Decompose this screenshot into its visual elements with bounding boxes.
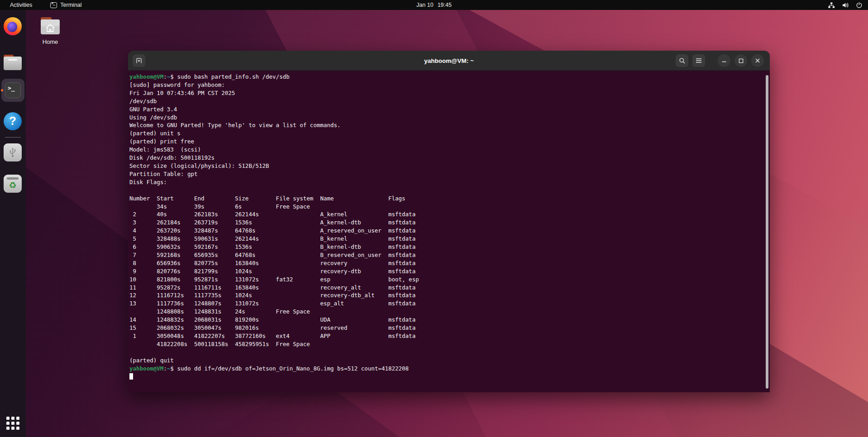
partition-table-row: 1248808s 1248831s 24s Free Space xyxy=(129,308,763,316)
partition-table-row: 3 262184s 263719s 1536s A_kernel-dtb msf… xyxy=(129,218,763,227)
terminal-scrollbar[interactable] xyxy=(766,75,768,389)
volume-icon[interactable] xyxy=(842,2,849,9)
partition-table-row: 7 592168s 656935s 64768s B_reserved_on_u… xyxy=(129,251,763,259)
terminal-line: Welcome to GNU Parted! Type 'help' to vi… xyxy=(129,121,763,129)
running-indicator-dot xyxy=(1,89,3,91)
dock-item-terminal[interactable]: >_ xyxy=(1,79,24,102)
partition-table-row: 11 952872s 1116711s 163840s recovery_alt… xyxy=(129,284,763,292)
terminal-line: Partition Table: gpt xyxy=(129,170,763,178)
dock-item-help[interactable]: ? xyxy=(4,112,22,130)
partition-table-row: 41822208s 500118158s 458295951s Free Spa… xyxy=(129,340,763,348)
terminal-prompt-line: yahboom@VM:~$ sudo dd if=/dev/sdb of=Jet… xyxy=(129,365,763,373)
terminal-line: /dev/sdb xyxy=(129,97,763,105)
partition-table-row: 2 40s 262183s 262144s A_kernel msftdata xyxy=(129,210,763,218)
partition-table-row: 34s 39s 6s Free Space xyxy=(129,203,763,211)
dock-item-files[interactable] xyxy=(4,53,22,71)
terminal-line: Using /dev/sdb xyxy=(129,114,763,122)
terminal-line: Model: jms583 (scsi) xyxy=(129,146,763,154)
terminal-line: Disk /dev/sdb: 500118192s xyxy=(129,154,763,162)
partition-table-row: 9 820776s 821799s 1024s recovery-dtb msf… xyxy=(129,267,763,276)
minimize-button[interactable] xyxy=(718,54,730,67)
help-icon: ? xyxy=(4,112,22,130)
show-applications-button[interactable] xyxy=(6,417,19,430)
partition-table-row: 13 1117736s 1248807s 131072s esp_alt msf… xyxy=(129,299,763,308)
terminal-output[interactable]: yahboom@VM:~$ sudo bash parted_info.sh /… xyxy=(128,71,770,392)
top-bar: Activities Terminal Jan 10 19:45 xyxy=(0,0,868,10)
partition-table-header: Number Start End Size File system Name F… xyxy=(129,195,763,203)
home-folder-icon xyxy=(39,16,61,35)
usb-drive-icon xyxy=(4,143,22,162)
menu-button[interactable] xyxy=(692,54,705,67)
terminal-window: yahboom@VM: ~ yahboom@VM:~$ sudo bash pa… xyxy=(128,51,770,392)
activities-button[interactable]: Activities xyxy=(6,1,36,9)
maximize-button[interactable] xyxy=(734,54,747,67)
files-icon xyxy=(4,55,22,70)
partition-table-row: 10 821800s 952871s 131072s fat32 esp boo… xyxy=(129,276,763,284)
partition-table-row: 5 328488s 590631s 262144s B_kernel msftd… xyxy=(129,235,763,243)
search-button[interactable] xyxy=(676,54,688,67)
close-button[interactable] xyxy=(751,54,764,67)
partition-table-row: 14 1248832s 2068031s 819200s UDA msftdat… xyxy=(129,316,763,324)
system-status-area[interactable] xyxy=(828,2,863,9)
power-icon[interactable] xyxy=(856,2,863,9)
window-title: yahboom@VM: ~ xyxy=(128,51,770,71)
terminal-app-icon: >_ xyxy=(5,82,21,98)
clock-time: 19:45 xyxy=(438,2,452,8)
app-menu-label: Terminal xyxy=(60,2,81,8)
terminal-cursor xyxy=(129,373,133,380)
home-label: Home xyxy=(38,38,62,45)
terminal-line: Fri Jan 10 07:43:46 PM CST 2025 xyxy=(129,89,763,97)
terminal-line: [sudo] password for yahboom: xyxy=(129,81,763,89)
clock-date: Jan 10 xyxy=(416,2,434,8)
window-titlebar[interactable]: yahboom@VM: ~ xyxy=(128,51,770,71)
terminal-line xyxy=(129,373,763,381)
terminal-line xyxy=(129,348,763,356)
terminal-line: (parted) print free xyxy=(129,138,763,146)
terminal-line: GNU Parted 3.4 xyxy=(129,105,763,114)
network-wired-icon[interactable] xyxy=(828,2,835,9)
partition-table-row: 15 2068032s 3050047s 982016s reserved ms… xyxy=(129,324,763,332)
dock-item-firefox[interactable] xyxy=(4,17,22,35)
dock-item-usb-drive[interactable] xyxy=(4,143,22,162)
terminal-line xyxy=(129,186,763,195)
partition-table-row: 6 590632s 592167s 1536s B_kernel-dtb msf… xyxy=(129,243,763,251)
partition-table-row: 1 3050048s 41822207s 38772160s ext4 APP … xyxy=(129,332,763,340)
trash-icon: ♻ xyxy=(4,175,22,193)
clock[interactable]: Jan 10 19:45 xyxy=(416,2,452,8)
dock: >_ ? ♻ xyxy=(0,10,26,437)
terminal-line: Disk Flags: xyxy=(129,178,763,186)
dock-item-trash[interactable]: ♻ xyxy=(4,175,22,193)
dock-separator xyxy=(5,137,21,138)
terminal-icon xyxy=(50,2,57,8)
terminal-prompt-line: yahboom@VM:~$ sudo bash parted_info.sh /… xyxy=(129,73,763,81)
desktop-home-icon[interactable]: Home xyxy=(38,16,62,45)
partition-table-row: 12 1116712s 1117735s 1024s recovery-dtb_… xyxy=(129,291,763,299)
new-tab-button[interactable] xyxy=(133,54,145,67)
terminal-line: (parted) unit s xyxy=(129,129,763,138)
partition-table-row: 4 263720s 328487s 64768s A_reserved_on_u… xyxy=(129,227,763,235)
firefox-icon xyxy=(4,17,22,35)
app-menu-terminal[interactable]: Terminal xyxy=(50,2,81,8)
terminal-line: Sector size (logical/physical): 512B/512… xyxy=(129,162,763,170)
partition-table-row: 8 656936s 820775s 163840s recovery msftd… xyxy=(129,259,763,267)
terminal-line: (parted) quit xyxy=(129,356,763,365)
